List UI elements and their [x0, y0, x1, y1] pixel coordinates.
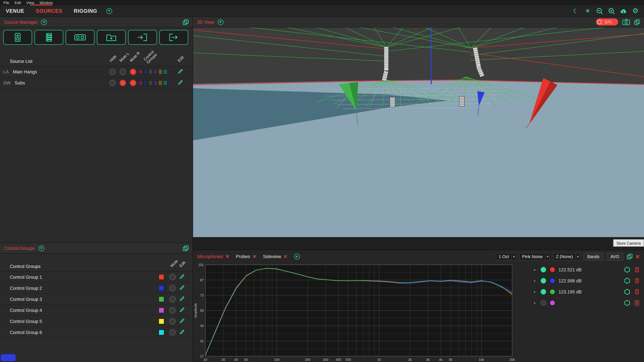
- mic-enabled-toggle[interactable]: [540, 278, 546, 283]
- group-swatch[interactable]: [153, 80, 158, 86]
- delete-trash-icon[interactable]: [633, 277, 641, 284]
- light-mode-icon[interactable]: ☀: [584, 7, 591, 14]
- mic-enabled-toggle[interactable]: [540, 289, 546, 295]
- close-icon[interactable]: ✕: [284, 254, 288, 259]
- group-swatch[interactable]: [144, 69, 148, 75]
- group-swatch[interactable]: [163, 69, 168, 75]
- mute-left-toggle[interactable]: [120, 68, 126, 75]
- edit-pencil-icon[interactable]: [178, 68, 184, 75]
- group-color-swatch[interactable]: [158, 285, 164, 291]
- mute-toggle[interactable]: [169, 296, 176, 303]
- sub-right[interactable]: [459, 96, 464, 106]
- add-folder-button[interactable]: [97, 30, 126, 45]
- cloud-download-icon[interactable]: [620, 7, 627, 14]
- group-swatch[interactable]: [138, 80, 143, 86]
- control-group-row[interactable]: Control Group 5: [0, 316, 193, 327]
- import-button[interactable]: [128, 30, 157, 45]
- control-group-row[interactable]: Control Group 4: [0, 305, 193, 316]
- add-control-group-icon[interactable]: +: [38, 245, 44, 251]
- menu-file[interactable]: File: [3, 1, 10, 5]
- add-analysis-tab-icon[interactable]: +: [294, 254, 300, 259]
- edit-pencil-icon[interactable]: [179, 285, 186, 292]
- mute-toggle[interactable]: [169, 318, 176, 325]
- duplicate-panel-icon[interactable]: [634, 19, 640, 25]
- group-color-swatch[interactable]: [158, 330, 164, 335]
- mic-enabled-toggle[interactable]: [540, 300, 546, 306]
- delete-trash-icon[interactable]: [633, 288, 641, 295]
- focus-target-icon[interactable]: [624, 299, 631, 306]
- bands-button[interactable]: Bands: [583, 252, 604, 261]
- tab-sideview[interactable]: Sideview ✕: [263, 254, 287, 259]
- focus-target-icon[interactable]: [624, 277, 631, 284]
- delete-trash-icon[interactable]: [633, 266, 641, 273]
- camera-icon[interactable]: [622, 18, 630, 25]
- tab-venue[interactable]: VENUE: [0, 8, 30, 14]
- add-line-array-button[interactable]: [34, 30, 63, 45]
- edit-pencil-icon[interactable]: [179, 296, 186, 303]
- add-view-icon[interactable]: +: [218, 19, 223, 25]
- settings-gear-icon[interactable]: ⚙: [632, 7, 639, 14]
- control-group-row[interactable]: Control Group 3: [0, 294, 193, 305]
- menu-window[interactable]: Window: [40, 1, 53, 5]
- mute-right-toggle[interactable]: [130, 80, 136, 86]
- duplicate-panel-icon[interactable]: [626, 253, 632, 260]
- group-color-swatch[interactable]: [158, 274, 164, 280]
- add-subwoofer-button[interactable]: [66, 30, 94, 45]
- edit-pencil-icon[interactable]: [178, 80, 184, 86]
- duplicate-panel-icon[interactable]: [182, 19, 188, 25]
- mic-color-dot[interactable]: [550, 289, 555, 295]
- menu-view[interactable]: View: [26, 1, 34, 5]
- close-panel-icon[interactable]: ✕: [636, 253, 640, 260]
- mute-toggle[interactable]: [169, 329, 176, 336]
- export-button[interactable]: [159, 30, 188, 45]
- group-swatch[interactable]: [163, 80, 168, 86]
- viewport-3d-scene[interactable]: [193, 27, 644, 237]
- group-swatch[interactable]: [158, 80, 163, 86]
- sub-left[interactable]: [390, 97, 395, 107]
- duplicate-panel-icon[interactable]: [182, 245, 188, 251]
- add-source-icon[interactable]: +: [41, 19, 47, 25]
- signal-dropdown[interactable]: Pink Noise ▾: [519, 253, 550, 260]
- mic-color-dot[interactable]: [550, 278, 555, 283]
- group-color-swatch[interactable]: [158, 307, 164, 313]
- control-group-row[interactable]: Control Group 1: [0, 272, 193, 283]
- add-speaker-button[interactable]: [3, 30, 32, 45]
- source-row[interactable]: LAMain Hangs: [0, 66, 193, 78]
- edit-pencil-icon[interactable]: [179, 318, 186, 325]
- viewport-tab[interactable]: 3D View: [197, 19, 214, 24]
- tab-microphones[interactable]: Microphones ✕: [197, 254, 230, 259]
- group-swatch[interactable]: [158, 69, 163, 75]
- mute-left-toggle[interactable]: [120, 80, 126, 86]
- delete-trash-icon[interactable]: [633, 299, 641, 306]
- tab-sources[interactable]: SOURCES: [30, 8, 68, 14]
- group-swatch[interactable]: [148, 69, 153, 75]
- smoothing-dropdown[interactable]: 1 Oct ▾: [496, 253, 516, 260]
- hide-toggle[interactable]: [109, 68, 116, 75]
- mute-toggle[interactable]: [169, 274, 176, 280]
- edit-pencil-icon[interactable]: [179, 307, 186, 314]
- expand-caret-icon[interactable]: ▴: [534, 301, 537, 304]
- expand-caret-icon[interactable]: ▴: [534, 279, 537, 282]
- focus-target-icon[interactable]: [624, 266, 631, 273]
- focus-target-icon[interactable]: [624, 288, 631, 295]
- zoom-out-icon[interactable]: [596, 7, 603, 14]
- avg-button[interactable]: AVG: [606, 252, 623, 261]
- dark-mode-icon[interactable]: ☾: [572, 7, 580, 14]
- spl-toggle[interactable]: SPL: [596, 18, 618, 25]
- close-icon[interactable]: ✕: [226, 254, 229, 259]
- group-color-swatch[interactable]: [158, 319, 164, 324]
- hide-toggle[interactable]: [109, 80, 116, 86]
- microphone-row[interactable]: ▴ 122.521 dB: [530, 264, 644, 275]
- close-icon[interactable]: ✕: [252, 254, 256, 259]
- tab-probes[interactable]: Probes ✕: [236, 254, 256, 259]
- edit-pencil-icon[interactable]: [179, 274, 186, 280]
- microphone-row[interactable]: ▴: [530, 297, 644, 308]
- group-swatch[interactable]: [148, 80, 153, 86]
- weighting-dropdown[interactable]: Z (None) ▾: [553, 253, 580, 260]
- control-group-row[interactable]: Control Group 2: [0, 283, 193, 294]
- expand-caret-icon[interactable]: ▴: [534, 268, 537, 271]
- source-row[interactable]: SWSubs: [0, 78, 193, 89]
- zoom-in-icon[interactable]: [608, 7, 615, 14]
- group-swatch[interactable]: [144, 80, 148, 86]
- microphone-row[interactable]: ▴ 123.195 dB: [530, 286, 644, 297]
